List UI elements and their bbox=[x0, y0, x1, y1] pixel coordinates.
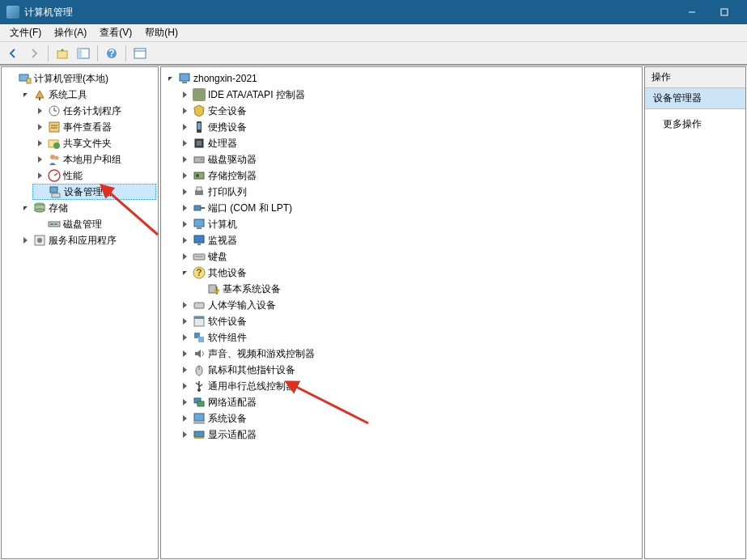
expand-toggle[interactable] bbox=[179, 121, 190, 133]
help-button[interactable]: ? bbox=[102, 45, 121, 62]
expand-toggle[interactable] bbox=[179, 251, 190, 262]
expand-toggle[interactable] bbox=[179, 364, 190, 375]
disk-mgmt-icon bbox=[48, 218, 61, 231]
dev-mice[interactable]: 鼠标和其他指针设备 bbox=[177, 362, 640, 378]
cpu-icon bbox=[193, 137, 206, 150]
svg-rect-35 bbox=[182, 82, 187, 83]
svg-rect-60 bbox=[194, 316, 204, 319]
device-tree-pane: zhongxin-2021 IDE ATA/ATAPI 控制器 安全设备 便携设… bbox=[160, 66, 643, 559]
svg-rect-7 bbox=[134, 49, 146, 58]
tree-disk-mgmt[interactable]: 磁盘管理 bbox=[32, 216, 156, 232]
expand-toggle[interactable] bbox=[179, 154, 190, 165]
tree-label: 网络适配器 bbox=[208, 396, 257, 409]
tree-shared-folders[interactable]: 共享文件夹 bbox=[32, 135, 156, 151]
device-tree[interactable]: zhongxin-2021 IDE ATA/ATAPI 控制器 安全设备 便携设… bbox=[161, 67, 642, 446]
expand-toggle[interactable] bbox=[164, 73, 176, 84]
expand-toggle[interactable] bbox=[34, 154, 45, 165]
menu-view[interactable]: 查看(V) bbox=[93, 24, 138, 41]
expand-toggle[interactable] bbox=[179, 138, 190, 149]
dev-portable[interactable]: 便携设备 bbox=[177, 119, 640, 135]
shared-folders-icon bbox=[48, 137, 61, 150]
up-button[interactable] bbox=[53, 45, 72, 62]
expand-toggle[interactable] bbox=[179, 332, 190, 343]
menu-file[interactable]: 文件(F) bbox=[3, 24, 48, 41]
toolbar-separator bbox=[125, 45, 126, 62]
toolbar-separator bbox=[97, 45, 98, 62]
dev-other[interactable]: ?其他设备 bbox=[177, 265, 640, 281]
tree-performance[interactable]: 性能 bbox=[32, 168, 156, 184]
tree-label: 其他设备 bbox=[208, 266, 247, 280]
expand-toggle[interactable] bbox=[34, 170, 45, 181]
dev-display[interactable]: 显示适配器 bbox=[177, 426, 640, 443]
dev-ide[interactable]: IDE ATA/ATAPI 控制器 bbox=[177, 87, 640, 103]
expand-toggle[interactable] bbox=[179, 429, 190, 440]
tree-label: 存储 bbox=[49, 202, 68, 215]
tree-local-users[interactable]: 本地用户和组 bbox=[32, 151, 156, 168]
expand-toggle[interactable] bbox=[179, 235, 190, 246]
show-hide-tree-button[interactable] bbox=[74, 45, 93, 62]
expand-toggle[interactable] bbox=[179, 299, 190, 311]
dev-print-queues[interactable]: 打印队列 bbox=[177, 184, 640, 200]
forward-button[interactable] bbox=[24, 45, 44, 62]
expand-toggle[interactable] bbox=[179, 397, 190, 408]
actions-more-link[interactable]: 更多操作 bbox=[645, 114, 745, 134]
expand-toggle[interactable] bbox=[179, 218, 190, 230]
expand-toggle[interactable] bbox=[179, 413, 190, 424]
tree-label: 人体学输入设备 bbox=[208, 299, 276, 312]
expand-toggle[interactable] bbox=[34, 121, 45, 133]
menu-help[interactable]: 帮助(H) bbox=[138, 24, 185, 41]
expand-toggle[interactable] bbox=[179, 186, 190, 197]
minimize-button[interactable] bbox=[676, 0, 708, 24]
tree-task-scheduler[interactable]: 任务计划程序 bbox=[32, 103, 156, 119]
dev-storage-ctrl[interactable]: 存储控制器 bbox=[177, 168, 640, 184]
expand-toggle[interactable] bbox=[179, 105, 190, 117]
expand-toggle[interactable] bbox=[34, 138, 45, 149]
dev-computer[interactable]: 计算机 bbox=[177, 216, 640, 232]
dev-root[interactable]: zhongxin-2021 bbox=[163, 70, 640, 87]
tree-services-apps[interactable]: 服务和应用程序 bbox=[18, 232, 156, 248]
tree-storage[interactable]: 存储 bbox=[18, 200, 156, 216]
console-tree[interactable]: 计算机管理(本地) 系统工具 任务计划程序 事件查看器 bbox=[2, 67, 158, 252]
svg-rect-31 bbox=[54, 223, 57, 225]
expand-toggle[interactable] bbox=[179, 170, 190, 181]
dev-other-child[interactable]: !基本系统设备 bbox=[192, 281, 640, 297]
expand-toggle[interactable] bbox=[34, 105, 45, 117]
maximize-button[interactable] bbox=[708, 0, 741, 24]
dev-hid[interactable]: 人体学输入设备 bbox=[177, 297, 640, 313]
dev-sound[interactable]: 声音、视频和游戏控制器 bbox=[177, 346, 640, 362]
properties-button[interactable] bbox=[130, 45, 150, 62]
expand-toggle[interactable] bbox=[19, 235, 31, 246]
svg-rect-72 bbox=[193, 422, 205, 424]
monitor-icon bbox=[193, 234, 206, 247]
expand-toggle[interactable] bbox=[179, 348, 190, 359]
dev-disk-drives[interactable]: 磁盘驱动器 bbox=[177, 151, 640, 168]
tree-root-computer-mgmt[interactable]: 计算机管理(本地) bbox=[3, 70, 156, 87]
dev-ports[interactable]: 端口 (COM 和 LPT) bbox=[177, 200, 640, 216]
dev-network[interactable]: 网络适配器 bbox=[177, 394, 640, 410]
dev-software-devices[interactable]: 软件设备 bbox=[177, 313, 640, 329]
tree-system-tools[interactable]: 系统工具 bbox=[18, 87, 156, 103]
event-viewer-icon bbox=[48, 121, 61, 134]
menu-action[interactable]: 操作(A) bbox=[48, 24, 93, 41]
dev-processors[interactable]: 处理器 bbox=[177, 135, 640, 151]
expand-toggle[interactable] bbox=[179, 89, 190, 100]
expand-toggle[interactable] bbox=[179, 316, 190, 327]
tree-label: 端口 (COM 和 LPT) bbox=[208, 202, 292, 215]
dev-security[interactable]: 安全设备 bbox=[177, 103, 640, 119]
dev-keyboards[interactable]: 键盘 bbox=[177, 248, 640, 265]
svg-rect-4 bbox=[78, 49, 82, 58]
back-button[interactable] bbox=[3, 45, 23, 62]
tree-label: 系统工具 bbox=[49, 88, 87, 102]
dev-monitors[interactable]: 监视器 bbox=[177, 232, 640, 248]
expand-toggle[interactable] bbox=[19, 202, 31, 214]
dev-system[interactable]: 系统设备 bbox=[177, 410, 640, 426]
expand-toggle[interactable] bbox=[179, 202, 190, 214]
dev-usb[interactable]: 通用串行总线控制器 bbox=[177, 378, 640, 394]
tree-event-viewer[interactable]: 事件查看器 bbox=[32, 119, 156, 135]
expand-toggle[interactable] bbox=[179, 267, 190, 278]
dev-software-components[interactable]: 软件组件 bbox=[177, 329, 640, 346]
expand-toggle[interactable] bbox=[179, 380, 190, 392]
svg-rect-34 bbox=[180, 74, 189, 81]
tree-device-manager[interactable]: 设备管理器 bbox=[32, 184, 156, 200]
expand-toggle[interactable] bbox=[19, 89, 31, 100]
